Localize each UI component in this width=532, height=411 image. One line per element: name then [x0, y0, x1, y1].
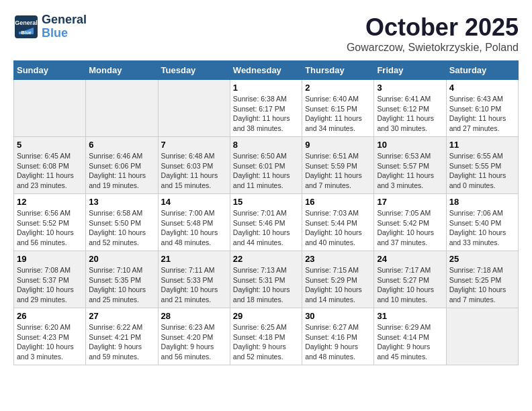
calendar-cell: 24Sunrise: 7:17 AM Sunset: 5:27 PM Dayli… [374, 251, 446, 308]
day-header-wednesday: Wednesday [230, 61, 302, 80]
logo-icon: General Blue [13, 14, 39, 40]
day-number: 15 [233, 197, 299, 207]
day-number: 19 [17, 254, 83, 264]
day-info: Sunrise: 7:11 AM Sunset: 5:33 PM Dayligh… [161, 265, 227, 305]
day-number: 11 [449, 140, 515, 150]
calendar-cell: 14Sunrise: 7:00 AM Sunset: 5:48 PM Dayli… [158, 194, 230, 251]
logo: General Blue General Blue [13, 13, 87, 40]
day-info: Sunrise: 6:55 AM Sunset: 5:55 PM Dayligh… [449, 151, 515, 191]
day-number: 4 [449, 83, 515, 93]
calendar-cell: 17Sunrise: 7:05 AM Sunset: 5:42 PM Dayli… [374, 194, 446, 251]
day-info: Sunrise: 6:23 AM Sunset: 4:20 PM Dayligh… [161, 322, 227, 362]
calendar-cell: 20Sunrise: 7:10 AM Sunset: 5:35 PM Dayli… [86, 251, 158, 308]
calendar-cell: 29Sunrise: 6:25 AM Sunset: 4:18 PM Dayli… [230, 308, 302, 365]
calendar-cell: 25Sunrise: 7:18 AM Sunset: 5:25 PM Dayli… [446, 251, 518, 308]
calendar-cell: 16Sunrise: 7:03 AM Sunset: 5:44 PM Dayli… [302, 194, 374, 251]
day-info: Sunrise: 7:15 AM Sunset: 5:29 PM Dayligh… [305, 265, 371, 305]
calendar-cell: 15Sunrise: 7:01 AM Sunset: 5:46 PM Dayli… [230, 194, 302, 251]
day-info: Sunrise: 7:18 AM Sunset: 5:25 PM Dayligh… [449, 265, 515, 305]
day-number: 18 [449, 197, 515, 207]
calendar-cell [86, 80, 158, 137]
day-number: 27 [89, 311, 154, 321]
day-info: Sunrise: 6:22 AM Sunset: 4:21 PM Dayligh… [89, 322, 154, 362]
day-header-thursday: Thursday [302, 61, 374, 80]
day-number: 23 [305, 254, 371, 264]
calendar-table: SundayMondayTuesdayWednesdayThursdayFrid… [13, 60, 519, 365]
calendar-cell: 19Sunrise: 7:08 AM Sunset: 5:37 PM Dayli… [14, 251, 86, 308]
day-number: 14 [161, 197, 227, 207]
day-info: Sunrise: 7:06 AM Sunset: 5:40 PM Dayligh… [449, 208, 515, 248]
day-number: 24 [377, 254, 443, 264]
svg-text:Blue: Blue [21, 30, 31, 35]
day-info: Sunrise: 6:27 AM Sunset: 4:16 PM Dayligh… [305, 322, 371, 362]
calendar-cell [14, 80, 86, 137]
day-info: Sunrise: 7:00 AM Sunset: 5:48 PM Dayligh… [161, 208, 227, 248]
calendar-week-2: 5Sunrise: 6:45 AM Sunset: 6:08 PM Daylig… [14, 137, 519, 194]
logo-blue: Blue [42, 27, 87, 40]
day-info: Sunrise: 7:08 AM Sunset: 5:37 PM Dayligh… [17, 265, 83, 305]
calendar-week-3: 12Sunrise: 6:56 AM Sunset: 5:52 PM Dayli… [14, 194, 519, 251]
day-info: Sunrise: 7:17 AM Sunset: 5:27 PM Dayligh… [377, 265, 443, 305]
day-number: 10 [377, 140, 443, 150]
day-info: Sunrise: 6:29 AM Sunset: 4:14 PM Dayligh… [377, 322, 443, 362]
calendar-cell: 18Sunrise: 7:06 AM Sunset: 5:40 PM Dayli… [446, 194, 518, 251]
calendar-cell: 7Sunrise: 6:48 AM Sunset: 6:03 PM Daylig… [158, 137, 230, 194]
calendar-cell: 31Sunrise: 6:29 AM Sunset: 4:14 PM Dayli… [374, 308, 446, 365]
calendar-cell: 3Sunrise: 6:41 AM Sunset: 6:12 PM Daylig… [374, 80, 446, 137]
day-number: 30 [305, 311, 371, 321]
day-number: 7 [161, 140, 227, 150]
day-number: 5 [17, 140, 83, 150]
calendar-cell: 23Sunrise: 7:15 AM Sunset: 5:29 PM Dayli… [302, 251, 374, 308]
calendar-cell: 21Sunrise: 7:11 AM Sunset: 5:33 PM Dayli… [158, 251, 230, 308]
calendar-cell: 4Sunrise: 6:43 AM Sunset: 6:10 PM Daylig… [446, 80, 518, 137]
day-number: 29 [233, 311, 299, 321]
calendar-week-1: 1Sunrise: 6:38 AM Sunset: 6:17 PM Daylig… [14, 80, 519, 137]
day-info: Sunrise: 6:56 AM Sunset: 5:52 PM Dayligh… [17, 208, 83, 248]
logo-general: General [42, 13, 87, 27]
calendar-cell [158, 80, 230, 137]
day-info: Sunrise: 6:41 AM Sunset: 6:12 PM Dayligh… [377, 94, 443, 134]
day-number: 22 [233, 254, 299, 264]
day-header-sunday: Sunday [14, 61, 86, 80]
calendar-cell: 30Sunrise: 6:27 AM Sunset: 4:16 PM Dayli… [302, 308, 374, 365]
day-info: Sunrise: 7:13 AM Sunset: 5:31 PM Dayligh… [233, 265, 299, 305]
day-header-monday: Monday [86, 61, 158, 80]
day-header-saturday: Saturday [446, 61, 518, 80]
calendar-cell: 22Sunrise: 7:13 AM Sunset: 5:31 PM Dayli… [230, 251, 302, 308]
day-number: 25 [449, 254, 515, 264]
calendar-cell: 2Sunrise: 6:40 AM Sunset: 6:15 PM Daylig… [302, 80, 374, 137]
month-title: October 2025 [347, 13, 519, 42]
day-info: Sunrise: 7:03 AM Sunset: 5:44 PM Dayligh… [305, 208, 371, 248]
calendar-week-4: 19Sunrise: 7:08 AM Sunset: 5:37 PM Dayli… [14, 251, 519, 308]
calendar-cell: 6Sunrise: 6:46 AM Sunset: 6:06 PM Daylig… [86, 137, 158, 194]
day-number: 1 [233, 83, 299, 93]
svg-text:General: General [15, 19, 38, 26]
day-info: Sunrise: 6:51 AM Sunset: 5:59 PM Dayligh… [305, 151, 371, 191]
calendar-cell [446, 308, 518, 365]
day-header-tuesday: Tuesday [158, 61, 230, 80]
day-number: 26 [17, 311, 83, 321]
day-info: Sunrise: 6:20 AM Sunset: 4:23 PM Dayligh… [17, 322, 83, 362]
calendar-cell: 9Sunrise: 6:51 AM Sunset: 5:59 PM Daylig… [302, 137, 374, 194]
day-number: 21 [161, 254, 227, 264]
calendar-cell: 12Sunrise: 6:56 AM Sunset: 5:52 PM Dayli… [14, 194, 86, 251]
day-info: Sunrise: 6:25 AM Sunset: 4:18 PM Dayligh… [233, 322, 299, 362]
calendar-cell: 13Sunrise: 6:58 AM Sunset: 5:50 PM Dayli… [86, 194, 158, 251]
day-info: Sunrise: 7:10 AM Sunset: 5:35 PM Dayligh… [89, 265, 154, 305]
calendar-cell: 10Sunrise: 6:53 AM Sunset: 5:57 PM Dayli… [374, 137, 446, 194]
day-number: 13 [89, 197, 154, 207]
day-info: Sunrise: 7:05 AM Sunset: 5:42 PM Dayligh… [377, 208, 443, 248]
day-number: 12 [17, 197, 83, 207]
page-header: General Blue General Blue October 2025 G… [13, 13, 519, 54]
day-number: 17 [377, 197, 443, 207]
calendar-cell: 27Sunrise: 6:22 AM Sunset: 4:21 PM Dayli… [86, 308, 158, 365]
title-block: October 2025 Gowarczow, Swietokrzyskie, … [347, 13, 519, 54]
day-number: 8 [233, 140, 299, 150]
calendar-cell: 26Sunrise: 6:20 AM Sunset: 4:23 PM Dayli… [14, 308, 86, 365]
day-info: Sunrise: 6:38 AM Sunset: 6:17 PM Dayligh… [233, 94, 299, 134]
calendar-cell: 28Sunrise: 6:23 AM Sunset: 4:20 PM Dayli… [158, 308, 230, 365]
day-info: Sunrise: 6:45 AM Sunset: 6:08 PM Dayligh… [17, 151, 83, 191]
day-number: 2 [305, 83, 371, 93]
calendar-cell: 1Sunrise: 6:38 AM Sunset: 6:17 PM Daylig… [230, 80, 302, 137]
location-title: Gowarczow, Swietokrzyskie, Poland [347, 42, 519, 54]
